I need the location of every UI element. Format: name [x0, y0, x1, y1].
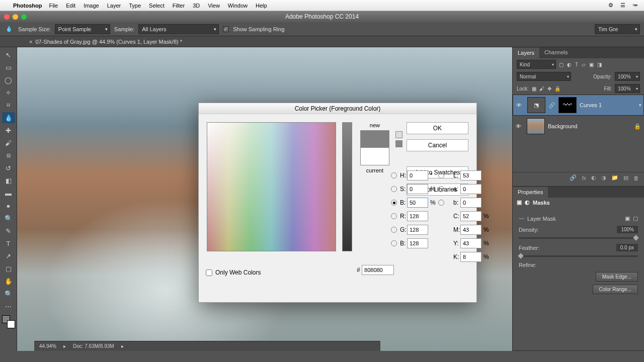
- menu-list-icon[interactable]: ≔: [632, 2, 638, 9]
- pen-tool[interactable]: ✎: [2, 225, 15, 236]
- app-name[interactable]: Photoshop: [13, 3, 42, 9]
- group-icon[interactable]: 📁: [611, 174, 618, 181]
- filter-toggle-icon[interactable]: ◨: [597, 62, 602, 67]
- visibility-icon[interactable]: 👁: [516, 123, 524, 129]
- menu-edit[interactable]: Edit: [66, 3, 75, 9]
- density-value[interactable]: 100%: [617, 226, 638, 233]
- zoom-tool[interactable]: 🔍: [2, 288, 15, 299]
- web-colors-checkbox[interactable]: [206, 269, 212, 276]
- blend-mode-select[interactable]: Normal: [517, 72, 571, 81]
- radio-b-hsb[interactable]: [391, 200, 397, 206]
- lock-all-icon[interactable]: 🔒: [554, 86, 560, 92]
- mask-sel-icon[interactable]: ◐: [525, 199, 530, 206]
- h-input[interactable]: [407, 170, 428, 180]
- fx-icon[interactable]: fx: [582, 175, 586, 181]
- layer-mask-thumb[interactable]: 〰: [558, 97, 577, 113]
- lock-position-icon[interactable]: ✥: [547, 86, 551, 92]
- history-brush-tool[interactable]: ↺: [2, 162, 15, 173]
- crop-tool[interactable]: ⌗: [2, 100, 15, 111]
- r-input[interactable]: [407, 211, 428, 221]
- doc-status[interactable]: Doc: 7.63M/8.93M: [73, 343, 114, 349]
- color-field[interactable]: [207, 122, 336, 251]
- pixel-mask-icon[interactable]: ▣: [625, 215, 630, 222]
- vector-mask-icon[interactable]: ▢: [633, 215, 638, 222]
- g-input[interactable]: [407, 225, 428, 235]
- hex-input[interactable]: [362, 265, 394, 275]
- fg-bg-colors[interactable]: [2, 315, 15, 328]
- radio-r[interactable]: [391, 213, 397, 219]
- document-tab[interactable]: ×07-Shades of Gray.jpg @ 44.9% (Curves 1…: [25, 39, 186, 45]
- properties-tab[interactable]: Properties: [513, 187, 548, 198]
- b-hsb-input[interactable]: [407, 198, 428, 208]
- eyedropper-icon[interactable]: 💧: [4, 25, 14, 34]
- feather-value[interactable]: 0.0 px: [616, 244, 638, 251]
- delete-icon[interactable]: 🗑: [633, 175, 639, 181]
- move-tool[interactable]: ↖: [2, 49, 15, 60]
- healing-tool[interactable]: ✚: [2, 125, 15, 136]
- menu-help[interactable]: Help: [256, 3, 267, 9]
- marquee-tool[interactable]: ▭: [2, 62, 15, 73]
- eyedropper-tool[interactable]: 💧: [2, 112, 15, 123]
- canvas[interactable]: Color Picker (Foreground Color) new curr…: [17, 47, 512, 351]
- radio-s[interactable]: [391, 186, 397, 192]
- channels-tab[interactable]: Channels: [539, 47, 573, 58]
- link-icon[interactable]: 🔗: [548, 102, 555, 109]
- layer-thumb-adjust[interactable]: ⬔: [527, 97, 545, 113]
- filter-adjust-icon[interactable]: ◐: [567, 62, 572, 67]
- lock-image-icon[interactable]: 🖌: [539, 86, 544, 92]
- path-tool[interactable]: ↗: [2, 250, 15, 261]
- radio-a[interactable]: [438, 186, 444, 192]
- opacity-input[interactable]: 100%: [615, 72, 640, 81]
- maximize-window-button[interactable]: [21, 14, 27, 20]
- feather-slider[interactable]: [519, 255, 638, 257]
- mask-edge-button[interactable]: Mask Edge...: [596, 272, 638, 282]
- cancel-button[interactable]: Cancel: [407, 139, 468, 151]
- m-input[interactable]: [460, 225, 481, 235]
- menu-3d[interactable]: 3D: [193, 3, 200, 9]
- menu-file[interactable]: File: [49, 3, 58, 9]
- fill-input[interactable]: 100%: [615, 84, 640, 93]
- l-input[interactable]: [460, 170, 481, 180]
- menu-layer[interactable]: Layer: [107, 3, 121, 9]
- new-layer-icon[interactable]: ▤: [623, 174, 628, 181]
- filter-type-icon[interactable]: T: [575, 62, 578, 67]
- menu-type[interactable]: Type: [129, 3, 141, 9]
- menu-image[interactable]: Image: [84, 3, 99, 9]
- filter-shape-icon[interactable]: ▱: [582, 62, 586, 67]
- density-slider[interactable]: [519, 237, 638, 239]
- close-tab-icon[interactable]: ×: [29, 39, 32, 45]
- ok-button[interactable]: OK: [407, 122, 468, 134]
- filter-pixel-icon[interactable]: ▢: [559, 62, 564, 67]
- close-window-button[interactable]: [4, 14, 10, 20]
- hand-tool[interactable]: ✋: [2, 276, 15, 287]
- menu-filter[interactable]: Filter: [173, 3, 185, 9]
- a-input[interactable]: [460, 184, 481, 194]
- menu-view[interactable]: View: [208, 3, 220, 9]
- k-input[interactable]: [460, 252, 481, 262]
- y-input[interactable]: [460, 238, 481, 248]
- mask-icon[interactable]: ◐: [591, 174, 596, 181]
- minimize-window-button[interactable]: [13, 14, 18, 20]
- wand-tool[interactable]: ✧: [2, 87, 15, 98]
- zoom-status[interactable]: 44.94%: [39, 343, 56, 349]
- lock-transparent-icon[interactable]: ▦: [532, 86, 536, 92]
- dodge-tool[interactable]: 🔍: [2, 213, 15, 224]
- lasso-tool[interactable]: ◯: [2, 74, 15, 85]
- layer-background[interactable]: 👁 Background 🔒: [513, 116, 644, 137]
- hue-slider[interactable]: [342, 122, 352, 251]
- kind-filter-select[interactable]: Kind: [517, 60, 556, 69]
- show-ring-checkbox[interactable]: ✓: [223, 26, 229, 32]
- sample-select[interactable]: All Layers: [138, 24, 219, 34]
- status-icon[interactable]: ⚙: [608, 2, 613, 9]
- panel-toggle-icon[interactable]: ☰: [620, 2, 625, 9]
- radio-b-lab[interactable]: [438, 200, 444, 206]
- brush-tool[interactable]: 🖌: [2, 137, 15, 148]
- websafe-icon[interactable]: [395, 140, 403, 147]
- layers-tab[interactable]: Layers: [513, 47, 539, 58]
- workspace-select[interactable]: Tim Gre: [595, 24, 640, 34]
- shape-tool[interactable]: ▢: [2, 263, 15, 274]
- filter-smart-icon[interactable]: ▣: [589, 62, 594, 67]
- gradient-tool[interactable]: ▬: [2, 188, 15, 199]
- visibility-icon[interactable]: 👁: [516, 102, 524, 108]
- edit-toolbar-icon[interactable]: ⋯: [2, 301, 15, 312]
